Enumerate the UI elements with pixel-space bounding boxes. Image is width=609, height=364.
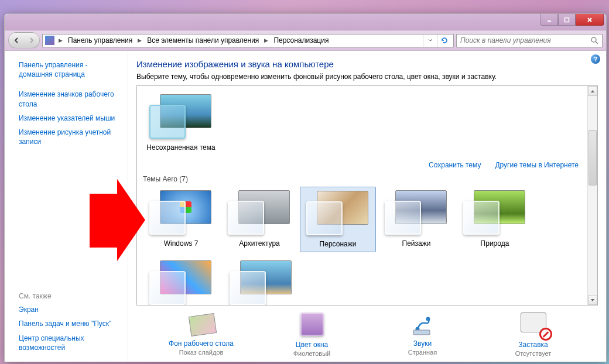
theme-tile[interactable]: Пейзажи [378,187,454,251]
scroll-thumb[interactable] [589,130,597,186]
see-also-link[interactable]: Центр специальных возможностей [9,331,123,355]
breadcrumb[interactable]: Персонализация [272,36,330,44]
address-bar[interactable]: ▶ Панель управления ▶ Все элементы панел… [42,34,454,47]
theme-label: Архитектура [224,239,295,248]
save-theme-link[interactable]: Сохранить тему [429,161,481,169]
setting-screensaver[interactable]: Заставка Отсутствует [484,311,583,357]
setting-sounds[interactable]: Звуки Странная [373,311,473,357]
theme-label: Природа [459,239,531,248]
titlebar[interactable] [5,14,606,30]
sound-icon [406,311,439,337]
personalization-window: ▶ Панель управления ▶ Все элементы панел… [4,13,607,362]
svg-point-7 [426,317,430,321]
minimize-button[interactable] [540,14,558,26]
setting-value: Показ слайдов [152,349,251,356]
color-icon [296,313,329,338]
vertical-scrollbar[interactable] [587,86,597,305]
theme-tile[interactable]: Windows 7 [143,187,219,251]
theme-label: Несохраненная тема [145,143,217,152]
setting-value: Странная [373,349,473,356]
theme-glass [463,201,499,235]
address-dropdown-button[interactable] [423,35,437,47]
aero-themes-row: Windows 7АрхитектураПерсонажиПейзажиПрир… [142,186,593,253]
theme-glass [149,201,186,235]
sidebar: Панель управления - домашняя страница Из… [5,51,128,362]
setting-value: Фиолетовый [262,350,362,357]
breadcrumb-sep-icon: ▶ [57,37,64,43]
setting-title[interactable]: Звуки [413,339,432,348]
page-title: Изменение изображения и звука на компьют… [136,59,598,69]
theme-label: Пейзажи [381,239,452,248]
sidebar-link-pointers[interactable]: Изменение указателей мыши [9,111,123,125]
svg-rect-8 [413,330,430,335]
theme-glass [306,201,343,235]
see-also-link[interactable]: Панель задач и меню "Пуск" [9,317,123,331]
theme-scroll-area: Несохраненная тема Сохранить тему Другие… [136,85,598,305]
theme-glass [228,201,264,235]
see-also-link[interactable]: Экран [9,303,123,317]
nav-arrows [8,32,40,49]
setting-title[interactable]: Цвет окна [296,341,328,349]
theme-label: Windows 7 [145,239,217,248]
close-button[interactable] [576,14,604,26]
theme-glass [385,201,421,235]
theme-glass [149,105,186,139]
breadcrumb-sep-icon: ▶ [262,37,270,43]
svg-point-4 [591,37,596,42]
setting-title[interactable]: Фон рабочего стола [169,339,234,348]
control-panel-icon [45,36,54,45]
setting-color[interactable]: Цвет окна Фиолетовый [262,311,362,357]
breadcrumb[interactable]: Все элементы панели управления [146,36,260,44]
navigation-bar: ▶ Панель управления ▶ Все элементы панел… [5,30,606,51]
setting-title[interactable]: Заставка [518,341,548,349]
screensaver-icon [517,313,550,338]
forward-button[interactable] [24,33,39,48]
search-icon [590,36,598,44]
theme-tile[interactable]: Природа [457,187,533,251]
page-subtitle: Выберите тему, чтобы одновременно измени… [136,73,598,81]
main-panel: ? Изменение изображения и звука на компь… [128,51,606,362]
maximize-button[interactable] [558,14,576,26]
search-input[interactable] [460,36,590,44]
theme-label: Персонажи [303,240,373,248]
sidebar-link-desktop-icons[interactable]: Изменение значков рабочего стола [9,87,123,111]
aero-section-heading: Темы Aero (7) [142,173,593,186]
svg-rect-1 [565,18,569,22]
setting-value: Отсутствует [484,350,583,357]
wallpaper-icon [185,311,218,337]
svg-line-5 [596,42,598,44]
theme-tile[interactable] [143,257,219,305]
theme-tile[interactable]: Персонажи [300,187,376,252]
settings-row: Фон рабочего стола Показ слайдов Цвет ок… [136,305,598,357]
search-box[interactable] [456,34,603,47]
sidebar-link-home[interactable]: Панель управления - домашняя страница [9,58,123,81]
sidebar-link-account-pic[interactable]: Изменение рисунка учетной записи [9,125,123,149]
breadcrumb-sep-icon: ▶ [136,37,143,43]
see-also-heading: См. также [9,290,123,303]
refresh-button[interactable] [437,35,451,47]
theme-tile-unsaved[interactable]: Несохраненная тема [143,91,219,155]
scroll-up-button[interactable] [588,86,597,96]
breadcrumb[interactable]: Панель управления [67,36,134,44]
setting-wallpaper[interactable]: Фон рабочего стола Показ слайдов [152,311,251,357]
help-icon[interactable]: ? [591,54,600,64]
more-themes-link[interactable]: Другие темы в Интернете [495,161,579,169]
theme-tile[interactable] [223,257,299,305]
window-buttons [540,14,604,26]
theme-tile[interactable]: Архитектура [221,187,297,251]
back-button[interactable] [9,33,24,48]
scroll-down-button[interactable] [588,295,597,305]
